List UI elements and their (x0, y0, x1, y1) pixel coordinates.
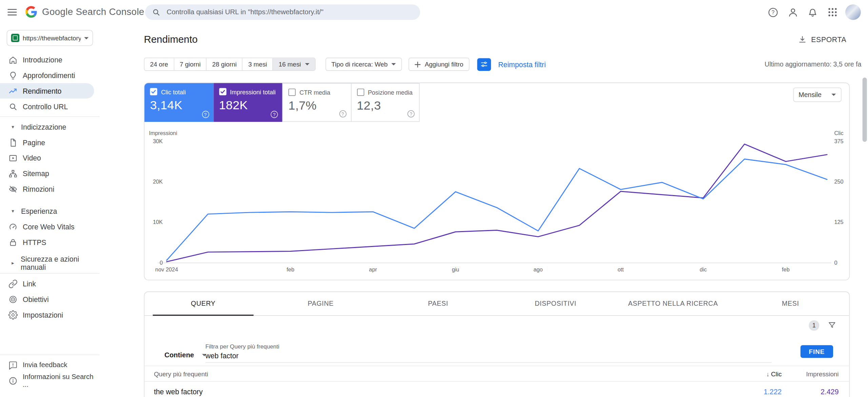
tab-aspetto-nella-ricerca[interactable]: ASPETTO NELLA RICERCA (614, 292, 732, 315)
lock-icon (8, 238, 18, 247)
metric-cards: Clic totali 3,14K ? Impressioni totali 1… (144, 83, 849, 122)
sidebar-item-controllo-url[interactable]: Controllo URL (0, 99, 100, 114)
help-icon[interactable]: ? (202, 111, 209, 118)
column-header-impressioni[interactable]: Impressioni (782, 370, 839, 377)
metric-card-clic-totali[interactable]: Clic totali 3,14K ? (144, 83, 213, 122)
svg-text:125: 125 (834, 219, 843, 225)
notifications-bell-icon[interactable] (806, 5, 820, 19)
sidebar-item-label: Informazioni su Search ... (23, 373, 100, 389)
export-button[interactable]: ESPORTA (794, 34, 850, 44)
sidebar-item-pagine[interactable]: Pagine (0, 135, 100, 150)
screen: Google Search Console ? (0, 0, 868, 397)
add-filter-chip[interactable]: Aggiungi filtro (409, 58, 469, 71)
svg-text:feb: feb (782, 266, 790, 272)
clic-cell: 1.222 (726, 387, 782, 396)
metric-label: CTR media (299, 89, 330, 96)
help-icon[interactable]: ? (271, 111, 278, 118)
main-content: Rendimento ESPORTA 24 ore 7 giorni 28 gi… (100, 24, 868, 397)
sidebar-section-indicizzazione[interactable]: ▾ Indicizzazione (0, 119, 100, 135)
filter-done-button[interactable]: FINE (801, 345, 833, 358)
help-icon[interactable]: ? (766, 5, 780, 19)
svg-text:0: 0 (834, 260, 837, 266)
sidebar-item-sitemap[interactable]: Sitemap (0, 166, 100, 181)
tab-query[interactable]: QUERY (144, 292, 262, 315)
sidebar-item-label: Impostazioni (23, 310, 63, 319)
sidebar-item-https[interactable]: HTTPS (0, 234, 100, 250)
column-header-clic[interactable]: ↓ Clic (726, 370, 782, 377)
metric-card-ctr-media[interactable]: CTR media 1,7% ? (282, 83, 351, 122)
filter-count-badge[interactable]: 1 (809, 320, 819, 330)
export-label: ESPORTA (811, 35, 846, 43)
tab-pagine[interactable]: PAGINE (262, 292, 379, 315)
filter-operator-select[interactable]: Contiene (161, 351, 210, 359)
metric-card-posizione-media[interactable]: Posizione media 12,3 ? (351, 83, 419, 122)
url-inspection-input[interactable] (165, 8, 413, 17)
vertical-scrollbar-thumb[interactable] (863, 78, 867, 142)
table-filter-funnel-icon[interactable] (828, 321, 836, 329)
sidebar-item-label: Rimozioni (23, 185, 54, 193)
chevron-down-icon: ▾ (12, 208, 17, 214)
home-icon (8, 55, 18, 64)
sidebar-item-invia-feedback[interactable]: Invia feedback (0, 357, 100, 373)
property-selector[interactable]: https://thewebfactory.it/ (7, 30, 93, 46)
sidebar-item-core-web-vitals[interactable]: Core Web Vitals (0, 219, 100, 234)
svg-text:giu: giu (452, 266, 459, 272)
help-icon[interactable]: ? (339, 110, 346, 117)
svg-text:250: 250 (834, 178, 843, 185)
app-logo[interactable]: Google Search Console (25, 6, 144, 18)
date-range-28d[interactable]: 28 giorni (207, 58, 243, 70)
sidebar-footer: Invia feedback Informazioni su Search ..… (0, 352, 100, 397)
sidebar-item-label: Rendimento (23, 87, 61, 95)
svg-text:dic: dic (700, 266, 707, 272)
svg-text:20K: 20K (153, 178, 163, 185)
sidebar-item-rendimento[interactable]: Rendimento (0, 83, 94, 99)
date-range-7d[interactable]: 7 giorni (174, 58, 207, 70)
sidebar-item-impostazioni[interactable]: Impostazioni (0, 307, 100, 322)
sidebar-item-introduzione[interactable]: Introduzione (0, 52, 100, 68)
sidebar-item-informazioni[interactable]: Informazioni su Search ... (0, 373, 100, 389)
sidebar-section-esperienza[interactable]: ▾ Esperienza (0, 203, 100, 219)
tab-dispositivi[interactable]: DISPOSITIVI (497, 292, 614, 315)
search-type-chip[interactable]: Tipo di ricerca: Web (325, 58, 402, 71)
help-icon[interactable]: ? (408, 110, 415, 117)
account-user-icon[interactable] (786, 5, 800, 19)
sidebar-section-sicurezza[interactable]: ▸ Sicurezza e azioni manuali (0, 256, 100, 271)
checkbox-checked-icon[interactable] (150, 88, 157, 95)
product-name: Google Search Console (42, 6, 144, 18)
topbar: Google Search Console ? (0, 0, 868, 24)
sidebar-item-rimozioni[interactable]: Rimozioni (0, 181, 100, 197)
tab-paesi[interactable]: PAESI (379, 292, 497, 315)
sidebar-item-label: Obiettivi (23, 295, 49, 303)
sidebar-item-link[interactable]: Link (0, 276, 100, 291)
sidebar-item-video[interactable]: Video (0, 150, 100, 166)
sidebar-item-label: Video (23, 154, 41, 162)
filter-field-label: Filtra per Query più frequenti (205, 343, 772, 350)
filter-toggle-button[interactable] (477, 58, 491, 71)
svg-text:feb: feb (287, 266, 294, 272)
checkbox-empty-icon[interactable] (357, 89, 364, 96)
date-range-24h[interactable]: 24 ore (144, 58, 174, 70)
date-range-3m[interactable]: 3 mesi (243, 58, 273, 70)
checkbox-empty-icon[interactable] (289, 89, 296, 96)
filter-chips-row: 24 ore 7 giorni 28 giorni 3 mesi 16 mesi… (144, 58, 850, 71)
avatar[interactable] (845, 4, 861, 20)
hamburger-menu-icon[interactable] (7, 7, 18, 18)
sort-desc-icon: ↓ (766, 370, 769, 377)
table-row[interactable]: the web factory 1.222 2.429 (144, 382, 849, 397)
sidebar-item-approfondimenti[interactable]: Approfondimenti (0, 68, 100, 83)
svg-text:Impressioni: Impressioni (149, 130, 177, 136)
sidebar-item-label: Controllo URL (23, 102, 68, 110)
tab-mesi[interactable]: MESI (732, 292, 849, 315)
checkbox-checked-icon[interactable] (219, 88, 226, 95)
date-range-16m[interactable]: 16 mesi (273, 58, 315, 70)
reset-filters-link[interactable]: Reimposta filtri (498, 60, 546, 68)
filter-value-input[interactable] (205, 352, 772, 363)
url-inspection-searchbar[interactable] (145, 4, 420, 20)
sidebar-item-obiettivi[interactable]: Obiettivi (0, 291, 100, 307)
chevron-right-icon: ▸ (12, 260, 16, 266)
google-apps-grid-icon[interactable] (825, 5, 840, 19)
metric-card-impressioni-totali[interactable]: Impressioni totali 182K ? (213, 83, 282, 122)
column-header-query[interactable]: Query più frequenti (154, 370, 726, 377)
granularity-select[interactable]: Mensile (793, 88, 842, 102)
svg-text:375: 375 (834, 138, 843, 144)
